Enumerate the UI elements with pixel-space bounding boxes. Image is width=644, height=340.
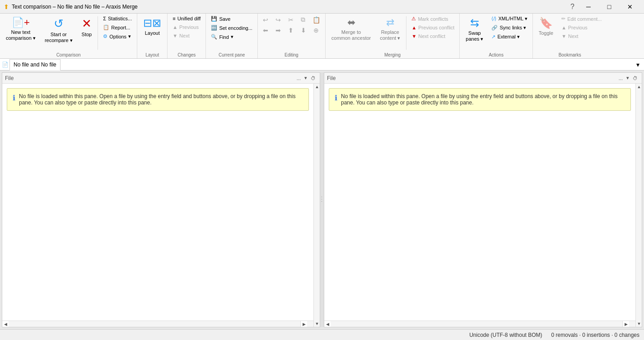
bookmark-next-button[interactable]: ▼ Next: [558, 32, 605, 40]
bookmark-previous-button[interactable]: ▲ Previous: [558, 24, 605, 32]
layout-icon: ⊟⊠: [143, 17, 161, 29]
next-change-button[interactable]: ▼ Next: [169, 32, 204, 40]
statistics-button[interactable]: Σ Statistics...: [100, 14, 135, 23]
left-scroll-track[interactable]: [314, 90, 320, 321]
left-scroll-right-arrow[interactable]: ▶: [301, 321, 307, 327]
start-recompare-button[interactable]: ↺ Start orrecompare ▾: [41, 14, 77, 46]
right-scroll-track[interactable]: [636, 90, 642, 321]
app-icon: ⬆: [4, 3, 9, 10]
previous-conflict-button[interactable]: ▲ Previous conflict: [408, 24, 457, 32]
next-change-icon: ▼: [173, 33, 177, 38]
replace-content-icon: ⇄: [386, 17, 394, 28]
right-pane: File ... ▾ ⏱ ℹ No file is loaded within …: [324, 72, 642, 327]
stop-button[interactable]: ✕ Stop: [78, 14, 96, 39]
unified-diff-icon: ≡: [173, 16, 175, 21]
cut-button[interactable]: ✂: [285, 14, 297, 25]
right-scroll-left-arrow[interactable]: ◀: [324, 321, 331, 327]
layout-button[interactable]: ⊟⊠ Layout: [139, 14, 165, 38]
merge-common-button[interactable]: ⬌ Merge tocommon ancestor: [327, 14, 375, 43]
new-comparison-icon: 📄+: [12, 17, 30, 28]
merge-common-icon: ⬌: [347, 17, 355, 28]
left-pane-info-box: ℹ No file is loaded within this pane. Op…: [7, 88, 309, 111]
left-scrollbar-h[interactable]: [9, 321, 301, 327]
right-pane-main: ℹ No file is loaded within this pane. Op…: [324, 84, 635, 327]
new-comparison-button[interactable]: 📄+ New textcomparison ▾: [2, 14, 40, 43]
start-recompare-icon: ↺: [54, 17, 64, 31]
redo-button[interactable]: ↪: [272, 14, 284, 25]
set-encoding-button[interactable]: 🔤 Set encoding...: [208, 24, 255, 32]
paste-button[interactable]: 📋: [309, 14, 323, 25]
options-button[interactable]: ⚙ Options ▾: [100, 32, 135, 41]
status-bar: Unicode (UTF-8 without BOM) 0 removals ·…: [0, 329, 644, 340]
tab-bar: 📄 No file and No file ▾: [0, 59, 644, 71]
bookmarks-group-label: Bookmarks: [535, 52, 605, 58]
stop-icon: ✕: [82, 17, 92, 31]
ribbon-group-content-bookmarks: 🔖 Toggle ✏ Edit comment... ▲ Previous ▼ …: [535, 14, 605, 52]
ribbon-group-editing: ↩ ↪ ✂ ⧉ 📋 ⬅ ➡ ⬆ ⬇ ⊕ Editing: [258, 14, 326, 58]
ribbon-group-content-actions: ⇆ Swappanes ▾ ⟨/⟩ XML/HTML ▾ 🔗 Sync link…: [462, 14, 530, 52]
find-icon: 🔍: [211, 34, 217, 40]
left-scroll-left-arrow[interactable]: ◀: [2, 321, 9, 327]
report-button[interactable]: 📋 Report...: [100, 23, 135, 32]
right-info-icon: ℹ: [335, 94, 337, 102]
right-scroll-down-arrow[interactable]: ▼: [636, 321, 642, 327]
swap-panes-button[interactable]: ⇆ Swappanes ▾: [462, 14, 487, 44]
ribbon-group-current-pane: 💾 Save 🔤 Set encoding... 🔍 Find ▾ Curren…: [206, 14, 257, 58]
right-pane-header-actions: ... ▾ ⏱: [617, 75, 639, 81]
left-scroll-up-arrow[interactable]: ▲: [314, 84, 320, 90]
start-recompare-label: Start orrecompare ▾: [45, 32, 73, 43]
ribbon-group-content-layout: ⊟⊠ Layout: [139, 14, 165, 52]
external-icon: ↗: [491, 34, 495, 40]
edit-up-button[interactable]: ⬆: [285, 25, 297, 35]
replace-content-button[interactable]: ⇄ Replacecontent ▾: [376, 14, 404, 43]
main-content: File ... ▾ ⏱ ℹ No file is loaded within …: [0, 71, 644, 329]
help-button[interactable]: ?: [567, 2, 578, 12]
panes-container: File ... ▾ ⏱ ℹ No file is loaded within …: [2, 72, 642, 327]
toggle-button[interactable]: 🔖 Toggle: [535, 14, 557, 38]
right-pane-dropdown-button[interactable]: ▾: [625, 75, 630, 81]
edit-extra-button[interactable]: ⊕: [310, 25, 322, 35]
right-scroll-corner: [629, 321, 635, 327]
ribbon-group-merging: ⬌ Merge tocommon ancestor ⇄ Replaceconte…: [326, 14, 460, 58]
swap-panes-label: Swappanes ▾: [466, 30, 483, 42]
mark-conflicts-button[interactable]: ⚠ Mark conflicts: [408, 14, 457, 23]
tab-nofile[interactable]: No file and No file: [9, 59, 61, 71]
unified-diff-button[interactable]: ≡ Unified diff: [169, 14, 204, 23]
edit-comment-button[interactable]: ✏ Edit comment...: [558, 14, 605, 23]
right-scroll-right-arrow[interactable]: ▶: [623, 321, 629, 327]
edit-down-button[interactable]: ⬇: [298, 25, 309, 35]
find-dropdown-icon: ▾: [231, 34, 233, 40]
save-button[interactable]: 💾 Save: [208, 14, 255, 23]
undo-button[interactable]: ↩: [260, 14, 271, 25]
right-scroll-up-arrow[interactable]: ▲: [636, 84, 642, 90]
layout-label: Layout: [145, 30, 160, 36]
close-button[interactable]: ✕: [620, 0, 640, 14]
next-conflict-button[interactable]: ▼ Next conflict: [408, 32, 457, 40]
left-pane-more-button[interactable]: ...: [295, 75, 302, 81]
sync-links-button[interactable]: 🔗 Sync links ▾: [488, 24, 530, 32]
right-pane-more-button[interactable]: ...: [617, 75, 624, 81]
right-scrollbar-h[interactable]: [331, 321, 623, 327]
left-scroll-down-arrow[interactable]: ▼: [314, 321, 320, 327]
right-pane-history-button[interactable]: ⏱: [631, 75, 639, 81]
ribbon-sep-1: [98, 16, 98, 50]
left-pane-dropdown-button[interactable]: ▾: [303, 75, 308, 81]
left-pane: File ... ▾ ⏱ ℹ No file is loaded within …: [2, 72, 320, 327]
left-scrollbar-v: ▲ ▼: [313, 84, 320, 327]
xml-html-button[interactable]: ⟨/⟩ XML/HTML ▾: [488, 14, 530, 23]
external-button[interactable]: ↗ External ▾: [488, 33, 530, 41]
previous-change-button[interactable]: ▲ Previous: [169, 23, 204, 31]
right-scrollbar-v: ▲ ▼: [635, 84, 642, 327]
find-button[interactable]: 🔍 Find ▾: [208, 33, 255, 41]
align-left-button[interactable]: ⬅: [260, 25, 271, 35]
maximize-button[interactable]: □: [599, 0, 620, 14]
tab-dropdown-button[interactable]: ▾: [634, 60, 642, 69]
minimize-button[interactable]: ─: [578, 0, 599, 14]
right-pane-content[interactable]: ℹ No file is loaded within this pane. Op…: [324, 84, 635, 321]
copy-button[interactable]: ⧉: [298, 14, 308, 25]
window-controls: ─ □ ✕: [578, 0, 640, 14]
left-pane-history-button[interactable]: ⏱: [309, 75, 317, 81]
align-right-button[interactable]: ➡: [272, 25, 284, 35]
pane-divider[interactable]: ···: [320, 72, 324, 327]
left-pane-content[interactable]: ℹ No file is loaded within this pane. Op…: [2, 84, 313, 321]
